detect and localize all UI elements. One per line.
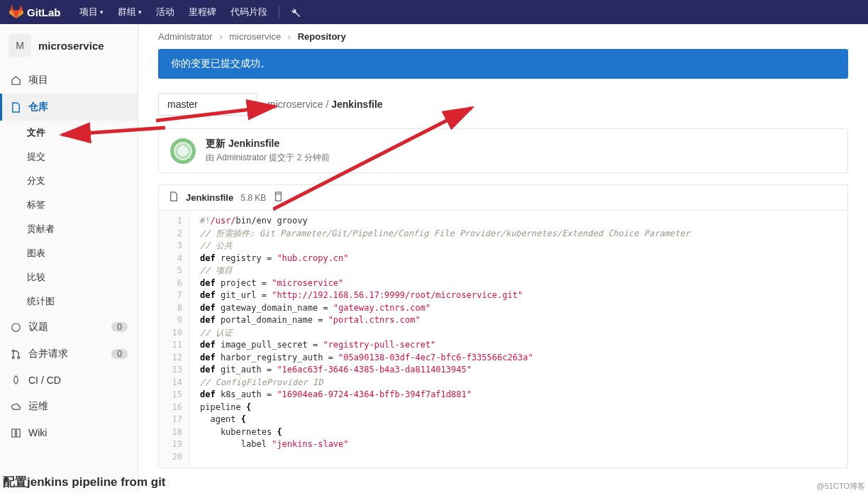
path-root[interactable]: microservice [267, 99, 323, 110]
gitlab-logo[interactable]: GitLab [9, 5, 61, 19]
project-header[interactable]: M microservice [0, 24, 138, 67]
commit-title[interactable]: 更新 Jenkinsfile [206, 138, 330, 150]
sidebar-sub-charts[interactable]: 统计图 [0, 289, 138, 314]
breadcrumb-current: Repository [298, 31, 346, 42]
sidebar-item-merge-requests[interactable]: 合并请求 0 [0, 340, 138, 367]
file-viewer: Jenkinsfile 5.8 KB 123456789101112131415… [158, 184, 848, 468]
code-viewer: 1234567891011121314151617181920 #!/usr/b… [159, 211, 847, 467]
path-file: Jenkinsfile [331, 99, 382, 110]
issues-count: 0 [111, 322, 128, 332]
line-numbers: 1234567891011121314151617181920 [159, 211, 190, 467]
svg-point-0 [11, 323, 19, 331]
footer-caption: 配置jenkins pipeline from git [0, 471, 169, 493]
breadcrumb: Administrator › microservice › Repositor… [138, 24, 868, 49]
sidebar-item-operations[interactable]: 运维 [0, 393, 138, 420]
sidebar-sub-branches[interactable]: 分支 [0, 169, 138, 193]
home-icon [10, 74, 21, 86]
sidebar-sub-commits[interactable]: 提交 [0, 145, 138, 169]
main-content: Administrator › microservice › Repositor… [138, 24, 868, 493]
last-commit-box: 更新 Jenkinsfile 由 Administrator 提交于 2 分钟前 [158, 128, 848, 173]
file-name: Jenkinsfile [186, 192, 233, 203]
top-navbar: GitLab 项目▾ 群组▾ 活动 里程碑 代码片段 [0, 0, 868, 24]
merge-icon [10, 348, 21, 360]
file-header: Jenkinsfile 5.8 KB [159, 185, 847, 211]
sidebar-sub-graph[interactable]: 图表 [0, 241, 138, 265]
sidebar-item-project[interactable]: 项目 [0, 67, 138, 94]
breadcrumb-project[interactable]: microservice [229, 31, 281, 42]
branch-selector[interactable]: master ▾ [158, 93, 257, 116]
code-content[interactable]: #!/usr/bin/env groovy// 所需插件: Git Parame… [190, 211, 847, 467]
doc-icon [10, 101, 21, 113]
brand-text: GitLab [27, 6, 61, 18]
file-icon [169, 192, 179, 204]
breadcrumb-admin[interactable]: Administrator [158, 31, 213, 42]
svg-rect-4 [276, 194, 282, 201]
chevron-down-icon: ▾ [100, 9, 104, 16]
sidebar: M microservice 项目 仓库 文件 提交 分支 标签 贡献者 图表 … [0, 24, 138, 493]
project-name: microservice [38, 40, 104, 52]
sidebar-sub-files[interactable]: 文件 [0, 121, 138, 145]
nav-activity[interactable]: 活动 [149, 0, 182, 24]
sidebar-sub-contributors[interactable]: 贡献者 [0, 217, 138, 241]
commit-avatar [170, 138, 196, 164]
nav-snippets[interactable]: 代码片段 [223, 0, 274, 24]
nav-projects[interactable]: 项目▾ [72, 0, 111, 24]
cloud-icon [10, 401, 21, 412]
sidebar-item-wiki[interactable]: Wiki [0, 420, 138, 445]
nav-groups[interactable]: 群组▾ [111, 0, 149, 24]
commit-meta: 由 Administrator 提交于 2 分钟前 [206, 152, 330, 164]
project-avatar: M [9, 34, 31, 57]
issues-icon [10, 321, 21, 333]
file-size: 5.8 KB [240, 193, 266, 203]
mr-count: 0 [111, 349, 128, 359]
success-banner: 你的变更已提交成功。 [158, 49, 848, 79]
sidebar-sub-tags[interactable]: 标签 [0, 193, 138, 217]
book-icon [10, 427, 21, 438]
nav-divider [279, 6, 279, 18]
chevron-down-icon: ▾ [246, 101, 250, 109]
file-path: microservice / Jenkinsfile [267, 99, 383, 110]
chevron-down-icon: ▾ [138, 9, 142, 16]
sidebar-item-cicd[interactable]: CI / CD [0, 367, 138, 393]
nav-milestones[interactable]: 里程碑 [182, 0, 223, 24]
rocket-icon [10, 375, 21, 386]
copy-icon[interactable] [273, 192, 283, 204]
sidebar-sub-compare[interactable]: 比较 [0, 265, 138, 289]
sidebar-item-issues[interactable]: 议题 0 [0, 314, 138, 340]
admin-wrench-icon[interactable] [284, 7, 306, 18]
gitlab-icon [9, 5, 24, 19]
watermark: @51CTO博客 [817, 481, 865, 492]
sidebar-item-repository[interactable]: 仓库 [0, 94, 138, 121]
